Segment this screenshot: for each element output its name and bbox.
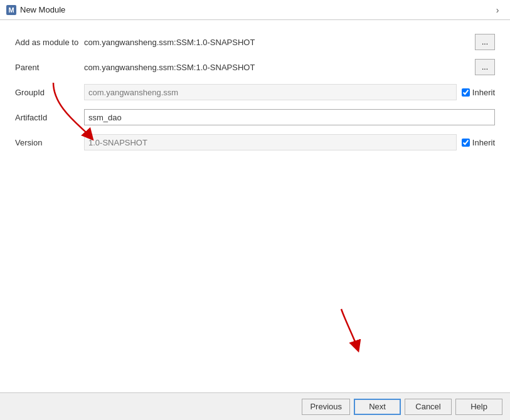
parent-field-group: com.yangwansheng.ssm:SSM:1.0-SNAPSHOT ..… [84, 59, 495, 75]
form-section: Add as module to com.yangwansheng.ssm:SS… [15, 33, 495, 158]
add-as-module-row: Add as module to com.yangwansheng.ssm:SS… [15, 33, 495, 51]
groupid-label: GroupId [15, 88, 84, 97]
add-as-module-value: com.yangwansheng.ssm:SSM:1.0-SNAPSHOT [84, 38, 471, 47]
add-as-module-label: Add as module to [15, 38, 84, 47]
groupid-inherit-label: Inherit [472, 88, 495, 97]
arrow-next-annotation [319, 303, 363, 355]
parent-value: com.yangwansheng.ssm:SSM:1.0-SNAPSHOT [84, 63, 471, 72]
version-label: Version [15, 138, 84, 147]
parent-browse-button[interactable]: ... [475, 59, 495, 75]
groupid-input[interactable] [84, 84, 457, 100]
version-row: Version Inherit [15, 133, 495, 152]
artifactid-input[interactable] [84, 109, 495, 125]
dialog-title: New Module [20, 5, 65, 14]
dialog-footer: Previous Next Cancel Help [0, 392, 510, 420]
cancel-button[interactable]: Cancel [405, 399, 452, 415]
parent-row: Parent com.yangwansheng.ssm:SSM:1.0-SNAP… [15, 58, 495, 76]
add-as-module-field-group: com.yangwansheng.ssm:SSM:1.0-SNAPSHOT ..… [84, 34, 495, 50]
parent-label: Parent [15, 63, 84, 72]
groupid-row: GroupId Inherit [15, 83, 495, 102]
title-bar: M New Module › [0, 0, 510, 20]
version-inherit-group: Inherit [462, 138, 495, 147]
artifactid-label: ArtifactId [15, 113, 84, 122]
version-input[interactable] [84, 134, 457, 150]
groupid-inherit-group: Inherit [462, 88, 495, 97]
artifactid-row: ArtifactId [15, 108, 495, 127]
dialog-content-area [15, 158, 495, 392]
module-icon: M [6, 5, 16, 15]
groupid-inherit-checkbox[interactable] [462, 88, 470, 97]
close-icon[interactable]: › [491, 4, 504, 16]
dialog-body: Add as module to com.yangwansheng.ssm:SS… [0, 20, 510, 392]
next-button[interactable]: Next [354, 399, 401, 415]
add-as-module-browse-button[interactable]: ... [475, 34, 495, 50]
help-button[interactable]: Help [455, 399, 502, 415]
previous-button[interactable]: Previous [302, 399, 350, 415]
version-inherit-label: Inherit [472, 138, 495, 147]
version-inherit-checkbox[interactable] [462, 139, 470, 147]
